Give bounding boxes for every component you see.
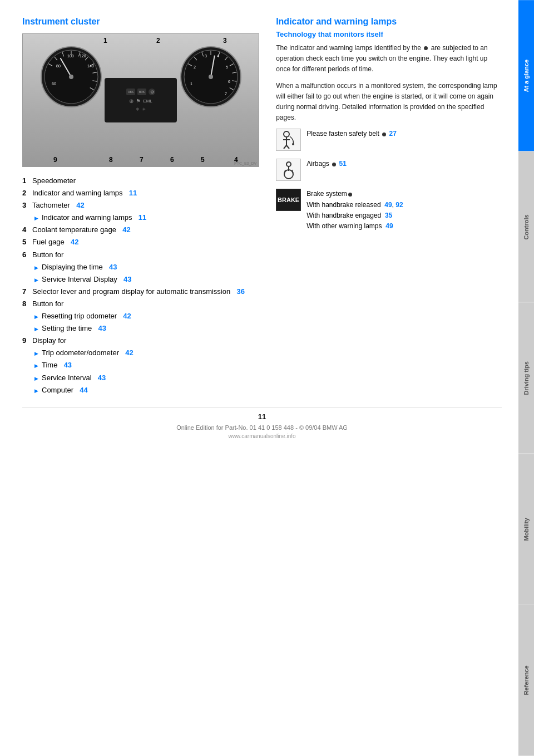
brake-lamp-text: Brake system With handbrake released 49,… xyxy=(306,189,403,232)
dot-brake xyxy=(348,193,352,197)
triangle-icon-6b: ▶ xyxy=(34,276,38,284)
subitem-text-3a: Indicator and warning lamps xyxy=(42,212,136,224)
subitem-page-6a[interactable]: 43 xyxy=(109,261,117,273)
brake-page-35[interactable]: 35 xyxy=(385,212,392,219)
tab-driving-tips[interactable]: Driving tips xyxy=(518,302,534,454)
item-text-9: Display for xyxy=(32,335,66,347)
item-page-4[interactable]: 42 xyxy=(122,224,130,236)
subitem-page-6b[interactable]: 43 xyxy=(123,273,131,286)
two-column-layout: Instrument cluster xyxy=(22,17,502,396)
item-text-6: Button for xyxy=(32,249,63,261)
photo-credit: PTC_E3_DV xyxy=(234,161,256,165)
svg-text:5: 5 xyxy=(226,65,228,69)
left-column: Instrument cluster xyxy=(22,17,259,396)
triangle-icon-8a: ▶ xyxy=(34,313,38,321)
list-subitem-9d: ▶ Computer 44 xyxy=(22,384,259,396)
list-subitem-3a: ▶ Indicator and warning lamps 11 xyxy=(22,212,259,224)
triangle-icon-9a: ▶ xyxy=(34,350,38,358)
subitem-page-9b[interactable]: 43 xyxy=(64,359,72,371)
cluster-image: 60 80 100 120 140 xyxy=(22,33,259,167)
triangle-icon-3a: ▶ xyxy=(34,214,38,223)
subitem-text-9d: Computer xyxy=(42,384,77,396)
instrument-cluster-title: Instrument cluster xyxy=(22,17,259,27)
indicator-body2: When a malfunction occurs in a monitored… xyxy=(276,81,502,124)
seatbelt-icon xyxy=(276,129,301,151)
footer-text: Online Edition for Part-No. 01 41 0 158 … xyxy=(22,424,502,431)
svg-text:140: 140 xyxy=(87,64,94,68)
reference-list: 1 Speedometer 2 Indicator and warning la… xyxy=(22,175,259,396)
airbag-lamp-text: Airbags 51 xyxy=(306,159,347,169)
list-subitem-8a: ▶ Resetting trip odometer 42 xyxy=(22,310,259,322)
brake-icon: BRAKE xyxy=(276,189,301,211)
subitem-page-9a[interactable]: 42 xyxy=(125,347,133,359)
item-text-1: Speedometer xyxy=(32,175,76,187)
item-page-5[interactable]: 42 xyxy=(71,236,78,248)
num-label-3: 3 xyxy=(223,37,227,45)
item-num-1: 1 xyxy=(22,175,30,187)
list-subitem-9b: ▶ Time 43 xyxy=(22,359,259,371)
dot-airbag xyxy=(332,163,336,166)
triangle-icon-9d: ▶ xyxy=(34,387,38,395)
num-label-7: 7 xyxy=(140,156,144,164)
item-num-6: 6 xyxy=(22,249,30,261)
right-column: Indicator and warning lamps Technology t… xyxy=(276,17,502,396)
list-item-5: 5 Fuel gage 42 xyxy=(22,236,259,248)
num-label-9: 9 xyxy=(53,156,57,164)
item-page-2[interactable]: 11 xyxy=(129,187,137,199)
svg-text:100: 100 xyxy=(67,54,74,58)
list-item-1: 1 Speedometer xyxy=(22,175,259,187)
svg-line-43 xyxy=(284,145,286,149)
svg-text:80: 80 xyxy=(56,64,61,68)
lamp-items: Please fasten safety belt 27 xyxy=(276,129,502,232)
item-text-8: Button for xyxy=(32,298,63,310)
brake-page-92[interactable]: 92 xyxy=(395,201,403,209)
list-subitem-8b: ▶ Setting the time 43 xyxy=(22,322,259,335)
list-item-8: 8 Button for xyxy=(22,298,259,310)
brake-page-49[interactable]: 49 xyxy=(384,201,392,209)
lamp-item-brake: BRAKE Brake system With handbrake releas… xyxy=(276,189,502,232)
item-text-5: Fuel gage xyxy=(32,236,68,248)
side-tabs: At a glance Controls Driving tips Mobili… xyxy=(518,0,534,756)
indicator-subtitle: Technology that monitors itself xyxy=(276,30,502,38)
subitem-page-9c[interactable]: 43 xyxy=(98,372,106,384)
subitem-page-3a[interactable]: 11 xyxy=(139,212,146,224)
lamp-item-seatbelt: Please fasten safety belt 27 xyxy=(276,129,502,151)
item-num-4: 4 xyxy=(22,224,30,236)
item-num-5: 5 xyxy=(22,236,30,248)
num-label-1: 1 xyxy=(103,37,107,45)
item-num-9: 9 xyxy=(22,335,30,347)
item-page-7[interactable]: 36 xyxy=(236,286,244,298)
svg-point-40 xyxy=(284,131,289,137)
item-text-7: Selector lever and program display for a… xyxy=(32,286,234,298)
airbag-page-ref[interactable]: 51 xyxy=(339,160,347,168)
list-item-6: 6 Button for xyxy=(22,249,259,261)
indicator-body1: The indicator and warning lamps identifi… xyxy=(276,43,502,75)
svg-point-18 xyxy=(69,75,73,79)
list-subitem-9c: ▶ Service Interval 43 xyxy=(22,372,259,384)
svg-line-49 xyxy=(284,170,285,173)
svg-text:120: 120 xyxy=(80,54,86,58)
svg-text:4: 4 xyxy=(217,54,219,58)
subitem-page-9d[interactable]: 44 xyxy=(80,384,87,396)
brake-page-49b[interactable]: 49 xyxy=(385,222,393,230)
svg-text:3: 3 xyxy=(205,54,207,58)
seatbelt-page-ref[interactable]: 27 xyxy=(389,130,397,138)
svg-text:6: 6 xyxy=(228,80,230,84)
item-text-2: Indicator and warning lamps xyxy=(32,187,127,199)
dot-symbol xyxy=(424,46,428,50)
item-page-3[interactable]: 42 xyxy=(76,199,84,212)
subitem-page-8a[interactable]: 42 xyxy=(123,310,131,322)
subitem-text-9a: Trip odometer/odometer xyxy=(42,347,123,359)
triangle-icon-8b: ▶ xyxy=(34,325,38,333)
tab-mobility[interactable]: Mobility xyxy=(518,454,534,605)
tab-at-a-glance[interactable]: At a glance xyxy=(518,0,534,151)
subitem-page-8b[interactable]: 43 xyxy=(98,322,106,335)
num-label-6: 6 xyxy=(170,156,174,164)
tab-reference[interactable]: Reference xyxy=(518,605,534,756)
list-item-9: 9 Display for xyxy=(22,335,259,347)
item-text-4: Coolant temperature gage xyxy=(32,224,120,236)
tab-controls[interactable]: Controls xyxy=(518,151,534,303)
svg-text:1: 1 xyxy=(190,82,192,86)
list-subitem-6b: ▶ Service Interval Display 43 xyxy=(22,273,259,286)
svg-point-39 xyxy=(209,75,213,79)
